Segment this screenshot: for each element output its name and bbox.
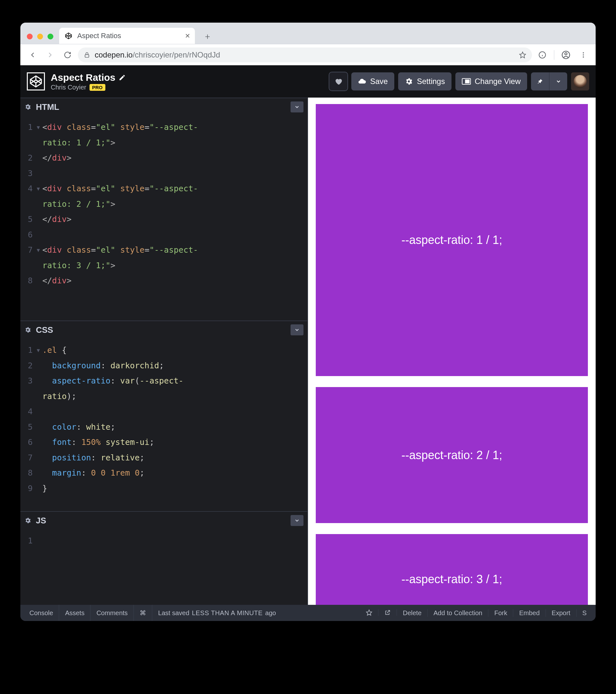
footer-open-button[interactable] [378,609,397,616]
pin-button[interactable] [531,72,549,90]
browser-tab-title: Aspect Ratios [77,32,180,40]
svg-rect-17 [465,80,469,83]
code-line[interactable]: 6 [20,227,307,243]
pen-title[interactable]: Aspect Ratios [51,72,126,83]
footer-star-button[interactable] [360,609,378,616]
html-panel-header: HTML [20,98,307,116]
code-line[interactable]: 7 position: relative; [20,450,307,465]
html-editor[interactable]: 1▾<div class="el" style="--aspect-ratio:… [20,116,307,321]
footer-comments-button[interactable]: Comments [90,605,134,621]
code-line[interactable]: 7▾<div class="el" style="--aspect- [20,242,307,258]
footer-share-button[interactable]: S [577,609,593,617]
footer-fork-button[interactable]: Fork [488,609,513,617]
code-line[interactable]: 8</div> [20,273,307,289]
window-close-button[interactable] [27,34,33,39]
settings-button[interactable]: Settings [398,72,452,90]
pen-title-text: Aspect Ratios [51,72,115,83]
code-line[interactable]: 2</div> [20,150,307,166]
code-line[interactable]: 2 background: darkorchid; [20,358,307,373]
site-info-icon[interactable] [535,48,549,62]
pen-author[interactable]: Chris Coyier PRO [51,84,126,91]
browser-window: Aspect Ratios ✕ ＋ codepen.io/chriscoyier… [20,23,596,621]
footer-right: Delete Add to Collection Fork Embed Expo… [360,609,593,617]
nav-reload-button[interactable] [60,48,75,62]
svg-marker-4 [520,52,526,57]
footer-delete-button[interactable]: Delete [397,609,428,617]
preview-box-2: --aspect-ratio: 2 / 1; [316,387,588,523]
code-line[interactable]: 8 margin: 0 0 1rem 0; [20,465,307,481]
save-button[interactable]: Save [351,72,394,90]
footer-console-button[interactable]: Console [23,605,59,621]
browser-tab[interactable]: Aspect Ratios ✕ [59,28,195,44]
bookmark-star-icon[interactable] [519,51,526,58]
preview-pane: --aspect-ratio: 1 / 1; --aspect-ratio: 2… [308,97,596,605]
code-line[interactable]: ratio); [20,389,307,404]
js-panel: JS 1 [20,511,307,605]
preview-box-1: --aspect-ratio: 1 / 1; [316,104,588,376]
edit-pencil-icon[interactable] [119,74,126,81]
footer-embed-button[interactable]: Embed [513,609,546,617]
settings-button-label: Settings [417,77,445,86]
code-line[interactable]: 4 [20,404,307,419]
code-line[interactable]: 9} [20,481,307,496]
browser-menu-icon[interactable] [576,48,591,62]
code-line[interactable]: ratio: 1 / 1;"> [20,135,307,150]
gear-icon[interactable] [24,326,31,333]
gear-icon[interactable] [24,517,31,524]
footer-assets-button[interactable]: Assets [59,605,90,621]
change-view-label: Change View [475,77,521,86]
app-header: Aspect Ratios Chris Coyier PRO Save Sett… [20,65,596,97]
code-line[interactable]: 1▾.el { [20,343,307,358]
window-zoom-button[interactable] [48,34,53,39]
gear-icon[interactable] [24,104,31,110]
js-panel-header: JS [20,512,307,529]
preview-box-3: --aspect-ratio: 3 / 1; [316,534,588,605]
panel-collapse-button[interactable] [291,102,304,112]
code-line[interactable]: 1 [20,533,307,549]
preview-box-1-label: --aspect-ratio: 1 / 1; [401,233,502,247]
svg-rect-3 [85,55,89,57]
profile-icon[interactable] [559,48,573,62]
js-editor[interactable]: 1 [20,529,307,605]
code-line[interactable]: 4▾<div class="el" style="--aspect- [20,181,307,197]
code-line[interactable]: ratio: 3 / 1;"> [20,258,307,273]
css-panel-label: CSS [36,325,53,335]
nav-back-button[interactable] [25,48,40,62]
url-text: codepen.io/chriscoyier/pen/rNOqdJd [95,50,220,59]
code-line[interactable]: 5</div> [20,212,307,227]
window-traffic-lights [27,34,53,44]
nav-forward-button[interactable] [43,48,57,62]
footer-export-button[interactable]: Export [546,609,577,617]
tab-close-icon[interactable]: ✕ [185,32,191,40]
header-actions: Save Settings Change View [329,72,589,90]
panel-collapse-button[interactable] [291,324,304,335]
footer-add-collection-button[interactable]: Add to Collection [428,609,488,617]
preview-box-3-label: --aspect-ratio: 3 / 1; [401,572,502,586]
lock-icon [84,52,90,58]
pin-dropdown-button[interactable] [549,72,567,90]
code-line[interactable]: 1▾<div class="el" style="--aspect- [20,120,307,135]
footer-shortcuts-button[interactable]: ⌘ [134,605,152,621]
code-line[interactable]: ratio: 2 / 1;"> [20,197,307,212]
browser-chrome: Aspect Ratios ✕ ＋ codepen.io/chriscoyier… [20,23,596,65]
new-tab-button[interactable]: ＋ [201,30,214,43]
window-minimize-button[interactable] [37,34,43,39]
user-avatar[interactable] [571,72,589,90]
url-bar[interactable]: codepen.io/chriscoyier/pen/rNOqdJd [78,48,532,62]
css-editor[interactable]: 1▾.el {2 background: darkorchid;3 aspect… [20,339,307,511]
heart-button[interactable] [329,72,347,90]
code-line[interactable]: 3 aspect-ratio: var(--aspect- [20,373,307,389]
save-button-label: Save [370,77,388,86]
codepen-logo-icon[interactable] [27,72,45,90]
code-line[interactable]: 5 color: white; [20,419,307,435]
code-line[interactable]: 3 [20,166,307,181]
code-line[interactable]: 6 font: 150% system-ui; [20,435,307,450]
toolbar-divider [554,50,554,60]
avatar-image [574,75,586,88]
svg-point-12 [583,56,584,57]
panel-collapse-button[interactable] [291,515,304,526]
editor-column: HTML 1▾<div class="el" style="--aspect-r… [20,97,308,605]
svg-point-11 [583,54,584,56]
pro-badge: PRO [90,84,105,91]
change-view-button[interactable]: Change View [455,72,527,90]
